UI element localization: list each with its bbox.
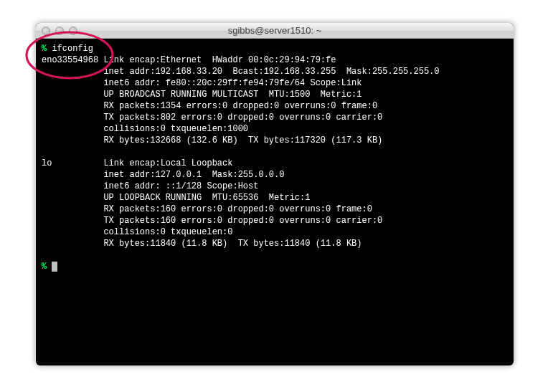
iface1-l7: collisions:0 txqueuelen:1000 <box>103 124 248 134</box>
terminal-body[interactable]: % ifconfig eno33554968 Link encap:Ethern… <box>36 39 514 365</box>
minimize-icon[interactable] <box>55 27 64 35</box>
iface1-l3: inet6 addr: fe80::20c:29ff:fe94:79fe/64 … <box>103 78 362 88</box>
iface2-name: lo <box>42 158 52 168</box>
iface2-l7: collisions:0 txqueuelen:0 <box>103 227 232 237</box>
iface2-l4: UP LOOPBACK RUNNING MTU:65536 Metric:1 <box>103 193 310 203</box>
iface2-l8: RX bytes:11840 (11.8 KB) TX bytes:11840 … <box>103 239 362 249</box>
iface2-l2: inet addr:127.0.0.1 Mask:255.0.0.0 <box>103 170 284 180</box>
command-text: ifconfig <box>52 44 93 54</box>
prompt-symbol: % <box>42 44 47 54</box>
iface2-l1: Link encap:Local Loopback <box>103 158 232 168</box>
iface1-l5: RX packets:1354 errors:0 dropped:0 overr… <box>103 101 377 111</box>
iface1-l2: inet addr:192.168.33.20 Bcast:192.168.33… <box>103 67 439 77</box>
titlebar[interactable]: sgibbs@server1510: ~ <box>36 23 514 39</box>
iface2-l5: RX packets:160 errors:0 dropped:0 overru… <box>103 204 372 214</box>
iface2-l6: TX packets:160 errors:0 dropped:0 overru… <box>103 216 382 226</box>
iface1-l1: Link encap:Ethernet HWaddr 00:0c:29:94:7… <box>103 55 336 65</box>
iface1-name: eno33554968 <box>42 55 98 65</box>
iface1-l6: TX packets:802 errors:0 dropped:0 overru… <box>103 113 382 123</box>
iface1-l8: RX bytes:132668 (132.6 KB) TX bytes:1173… <box>103 135 382 145</box>
cursor-icon <box>52 262 57 272</box>
iface1-l4: UP BROADCAST RUNNING MULTICAST MTU:1500 … <box>103 90 362 100</box>
window-title: sgibbs@server1510: ~ <box>36 25 514 36</box>
window-controls <box>36 27 77 35</box>
iface2-l3: inet6 addr: ::1/128 Scope:Host <box>103 181 258 191</box>
prompt-symbol: % <box>42 262 47 272</box>
terminal-window: sgibbs@server1510: ~ % ifconfig eno33554… <box>36 23 514 365</box>
zoom-icon[interactable] <box>69 27 77 35</box>
close-icon[interactable] <box>42 27 50 35</box>
